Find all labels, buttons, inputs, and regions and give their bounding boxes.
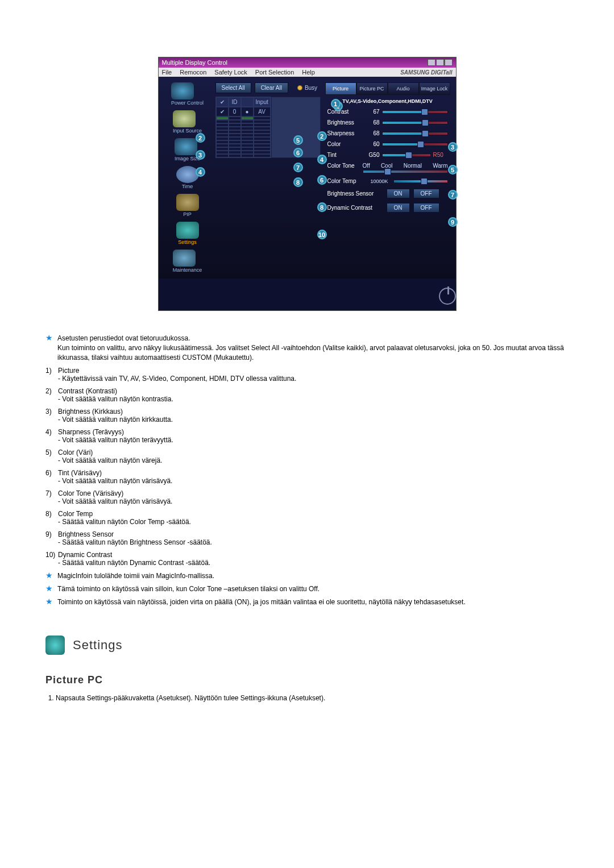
callout-r4: 4 — [317, 155, 327, 164]
item-desc: - Voit säätää valitun näytön värejä. — [58, 456, 569, 464]
brightness-slider[interactable] — [382, 121, 448, 124]
sharpness-slider[interactable] — [382, 132, 448, 135]
row-tint: Tint G50 R50 — [327, 152, 448, 158]
contrast-value: 67 — [365, 109, 380, 115]
slider-thumb[interactable] — [422, 119, 429, 126]
callout-sb4: 4 — [196, 167, 205, 177]
window-body: Power Control Input Source Image Size Ti… — [159, 77, 456, 279]
item-number: 9) — [45, 530, 58, 538]
note-text: MagicInfoin tulolähde toimii vain MagicI… — [57, 571, 214, 581]
select-all-button[interactable]: Select All — [215, 82, 251, 93]
star-icon: ★ — [45, 334, 53, 362]
sidebar-item-maintenance[interactable]: Maintenance — [173, 250, 202, 273]
close-icon[interactable] — [445, 59, 453, 66]
color-temp-label: Color Temp — [327, 178, 368, 184]
item-number: 10) — [45, 551, 58, 559]
item-desc: - Säätää valitun näytön Brightness Senso… — [58, 538, 569, 546]
sidebar-label: Power Control — [171, 100, 204, 106]
sidebar-item-power[interactable]: Power Control — [171, 82, 204, 106]
sidebar-item-pip[interactable]: PIP — [176, 194, 199, 217]
tone-opt: Normal — [404, 163, 422, 169]
star-note: ★ Asetusten perustiedot ovat tietoruuduk… — [45, 334, 569, 362]
callout-r10: 10 — [317, 230, 327, 239]
tone-opt: Warm — [433, 163, 447, 169]
item-title: Brightness (Kirkkaus) — [58, 408, 123, 416]
sidebar-item-settings[interactable]: Settings — [176, 222, 199, 245]
callout-r8: 8 — [317, 202, 327, 212]
col-status — [241, 97, 254, 107]
table-cell: ✔ — [216, 107, 229, 117]
table-cell — [254, 154, 271, 157]
color-tone-slider[interactable] — [363, 170, 448, 173]
tint-slider[interactable] — [382, 153, 431, 157]
brightness-sensor-off[interactable]: OFF — [413, 189, 439, 198]
callout-g8: 8 — [293, 177, 303, 187]
sidebar-item-input[interactable]: Input Source — [173, 110, 202, 134]
clear-all-button[interactable]: Clear All — [255, 82, 288, 93]
row-color-temp: Color Temp 10000K — [327, 178, 448, 184]
table-cell: AV — [254, 107, 271, 117]
item-number: 1) — [45, 367, 58, 375]
brightness-label: Brightness — [327, 119, 363, 126]
settings-panel: Picture Picture PC Audio Image Lock TV,A… — [325, 82, 450, 273]
data-grid: ✔ ID Input ✔0●AV — [215, 97, 321, 158]
menu-remocon[interactable]: Remocon — [180, 69, 206, 76]
table-row[interactable] — [216, 154, 271, 157]
color-temp-slider[interactable] — [393, 180, 448, 183]
steps-list: Napsauta Settings-pääkuvaketta (Asetukse… — [56, 694, 569, 702]
slider-thumb[interactable] — [421, 178, 428, 185]
row-color-tone: Color Tone Off Cool Normal Warm — [327, 163, 448, 173]
item-desc: - Voit säätää valitun näytön kontrastia. — [58, 395, 569, 403]
tab-image-lock[interactable]: Image Lock — [419, 82, 450, 95]
numbered-list: 1)Picture- Käytettävissä vain TV, AV, S-… — [45, 367, 569, 567]
callout-r9: 9 — [448, 217, 458, 227]
step-item: Napsauta Settings-pääkuvaketta (Asetukse… — [56, 694, 569, 702]
row-contrast: Contrast 67 — [327, 109, 448, 115]
center-panel: Select All Clear All Busy ✔ ID Input ✔0●… — [215, 82, 321, 273]
busy-label: Busy — [305, 85, 317, 91]
clock-icon — [176, 166, 199, 183]
slider-thumb[interactable] — [405, 152, 412, 159]
tint-label: Tint — [327, 152, 363, 158]
list-item: 7)Color Tone (Värisävy)- Voit säätää val… — [45, 489, 569, 505]
color-slider[interactable] — [382, 143, 448, 146]
contrast-label: Contrast — [327, 109, 363, 115]
item-number: 5) — [45, 448, 58, 456]
power-icon[interactable] — [439, 288, 456, 305]
tab-picture-pc[interactable]: Picture PC — [356, 82, 388, 95]
menu-safetylock[interactable]: Safety Lock — [214, 69, 247, 76]
menu-portselection[interactable]: Port Selection — [255, 69, 294, 76]
settings-icon — [176, 222, 199, 239]
dynamic-contrast-off[interactable]: OFF — [413, 203, 439, 213]
item-number: 8) — [45, 510, 58, 518]
item-desc: - Säätää valitun näytön Color Temp -säät… — [58, 518, 569, 526]
panel-subhead: TV,AV,S-Video,Component,HDMI,DTV — [325, 98, 450, 104]
slider-thumb[interactable] — [417, 141, 424, 148]
slider-thumb[interactable] — [422, 130, 429, 137]
callout-r2: 2 — [317, 131, 327, 141]
minimize-icon[interactable] — [428, 59, 435, 66]
grid-header: ✔ ID Input — [216, 97, 271, 107]
brightness-sensor-on[interactable]: ON — [387, 189, 410, 198]
slider-thumb[interactable] — [421, 109, 428, 115]
item-title: Color (Väri) — [58, 448, 93, 456]
sidebar: Power Control Input Source Image Size Ti… — [164, 82, 211, 273]
maximize-icon[interactable] — [436, 59, 444, 66]
list-item: 9)Brightness Sensor- Säätää valitun näyt… — [45, 530, 569, 546]
note-text: Kun toiminto on valittu, arvo näkyy liuk… — [57, 343, 569, 363]
tab-picture[interactable]: Picture — [325, 82, 356, 95]
center-toolbar: Select All Clear All Busy — [215, 82, 321, 93]
table-row[interactable]: ✔0●AV — [216, 107, 271, 117]
item-title: Color Temp — [58, 510, 93, 518]
subsection-title: Picture PC — [45, 674, 569, 686]
menu-help[interactable]: Help — [302, 69, 315, 76]
tab-audio[interactable]: Audio — [388, 82, 419, 95]
sidebar-item-time[interactable]: Time — [176, 166, 199, 189]
dynamic-contrast-on[interactable]: ON — [387, 203, 410, 213]
star-icon: ★ — [45, 571, 53, 581]
window-footer — [159, 279, 456, 310]
brand-logo: SAMSUNG DIGITall — [400, 69, 452, 76]
slider-thumb[interactable] — [384, 168, 391, 175]
menu-file[interactable]: File — [162, 69, 172, 76]
contrast-slider[interactable] — [382, 110, 448, 114]
